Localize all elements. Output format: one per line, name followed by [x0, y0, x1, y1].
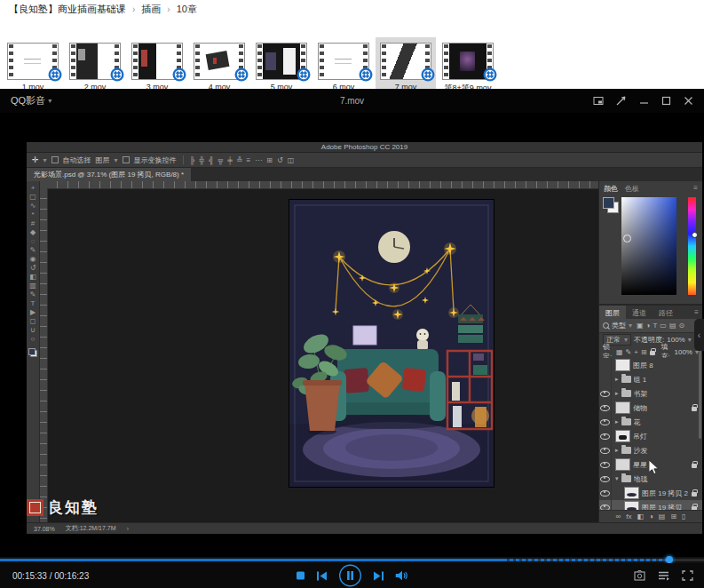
- distribute-icon[interactable]: ≡: [247, 156, 251, 164]
- magic-wand-tool-icon[interactable]: *: [31, 211, 34, 219]
- align-right-icon[interactable]: ╣: [209, 156, 214, 164]
- show-transform-checkbox[interactable]: [123, 156, 130, 163]
- video-display-area[interactable]: Adobe Photoshop CC 2019 ✛ ▾ 自动选择 图层 ▾ 显示…: [0, 113, 704, 557]
- layer-visibility-toggle[interactable]: [599, 429, 612, 443]
- filter-pixel-layer-icon[interactable]: ▣: [637, 322, 644, 330]
- video-thumbnail-8[interactable]: 第8+第9.mov: [438, 37, 498, 94]
- progress-bar[interactable]: [0, 557, 704, 563]
- layer-row[interactable]: ▸书架: [599, 386, 702, 401]
- foreground-background-swatch[interactable]: [28, 348, 37, 357]
- zoom-tool-icon[interactable]: ○: [31, 335, 36, 344]
- layer-row[interactable]: 储物: [599, 401, 702, 415]
- group-expander-icon[interactable]: ▸: [615, 390, 619, 397]
- filter-type-icon[interactable]: T: [653, 322, 657, 330]
- previous-button[interactable]: [316, 571, 327, 581]
- align-middle-icon[interactable]: ╪: [227, 156, 233, 164]
- video-thumbnail-7[interactable]: 7.mov: [376, 37, 436, 91]
- layer-row[interactable]: ▸花: [599, 415, 702, 429]
- group-expander-icon[interactable]: ▸: [615, 418, 619, 425]
- group-expander-icon[interactable]: ▸: [615, 447, 619, 454]
- filter-adjustment-icon[interactable]: ◑: [646, 322, 651, 330]
- layer-style-icon[interactable]: fx: [626, 513, 631, 520]
- clone-stamp-tool-icon[interactable]: ◉: [30, 255, 36, 264]
- tab-layers[interactable]: 图层: [599, 306, 626, 319]
- filter-pin-icon[interactable]: ⊙: [678, 322, 684, 330]
- add-mask-icon[interactable]: ◧: [637, 513, 644, 520]
- layer-row[interactable]: ▾地毯: [599, 472, 702, 486]
- lock-all-icon[interactable]: [650, 351, 655, 355]
- align-bottom-icon[interactable]: ╩: [237, 156, 242, 164]
- video-thumbnail-1[interactable]: 1.mov: [3, 37, 63, 91]
- filter-kind-label[interactable]: 类型: [612, 321, 626, 330]
- layer-visibility-toggle[interactable]: [599, 486, 612, 500]
- maximize-button[interactable]: [661, 96, 671, 106]
- next-button[interactable]: [373, 571, 384, 581]
- tab-swatches[interactable]: 色板: [625, 184, 639, 194]
- lock-artboard-icon[interactable]: ⊞: [641, 348, 647, 356]
- marquee-tool-icon[interactable]: ▢: [29, 193, 36, 202]
- video-thumbnail-4[interactable]: 4.mov: [189, 37, 249, 91]
- layer-visibility-toggle[interactable]: [599, 457, 612, 472]
- video-thumbnail-2[interactable]: 2.mov: [65, 37, 125, 91]
- layer-visibility-toggle[interactable]: [599, 358, 612, 372]
- move-tool-icon[interactable]: +: [31, 184, 36, 193]
- workspace-icon[interactable]: ◫: [288, 156, 295, 164]
- tab-channels[interactable]: 通道: [626, 306, 653, 319]
- type-tool-icon[interactable]: T: [31, 299, 36, 308]
- zoom-level[interactable]: 37.08%: [34, 526, 55, 532]
- more-options-icon[interactable]: ⋯: [255, 156, 262, 164]
- tab-paths[interactable]: 路径: [653, 306, 679, 319]
- minimize-button[interactable]: [639, 96, 649, 106]
- volume-icon[interactable]: [395, 570, 408, 581]
- panel-menu-icon[interactable]: ≡: [694, 306, 702, 319]
- target-select[interactable]: 图层: [96, 155, 110, 165]
- adjustment-layer-icon[interactable]: ◑: [649, 513, 653, 520]
- history-brush-tool-icon[interactable]: ↺: [30, 264, 36, 273]
- auto-select-checkbox[interactable]: [51, 156, 59, 163]
- stop-button[interactable]: [296, 571, 305, 580]
- mini-mode-icon[interactable]: [593, 96, 604, 106]
- document-tab[interactable]: 光影场景.psd @ 37.1% (图层 19 拷贝, RGB/8) *: [27, 168, 191, 181]
- layer-visibility-toggle[interactable]: [599, 372, 612, 386]
- group-expander-icon[interactable]: ▸: [615, 376, 619, 383]
- layer-row[interactable]: ▸组 1: [599, 372, 702, 386]
- new-layer-icon[interactable]: ⊞: [670, 513, 676, 520]
- hand-tool-icon[interactable]: ∪: [30, 326, 36, 335]
- layer-visibility-toggle[interactable]: [599, 500, 612, 510]
- shape-tool-icon[interactable]: ◻: [30, 317, 36, 326]
- lasso-tool-icon[interactable]: ∿: [30, 202, 36, 211]
- align-left-icon[interactable]: ╠: [190, 156, 195, 164]
- speedup-icon[interactable]: [616, 96, 627, 106]
- layer-visibility-toggle[interactable]: [599, 386, 612, 401]
- eyedropper-tool-icon[interactable]: ◆: [30, 228, 36, 237]
- layer-row[interactable]: 图层 8: [599, 358, 702, 372]
- layer-visibility-toggle[interactable]: [599, 415, 612, 429]
- brush-tool-icon[interactable]: ✎: [30, 246, 36, 255]
- rotate-view-icon[interactable]: ↺: [277, 156, 283, 164]
- crop-tool-icon[interactable]: #: [31, 219, 35, 228]
- video-thumbnail-3[interactable]: 3.mov: [127, 37, 187, 91]
- path-select-tool-icon[interactable]: ▶: [30, 308, 36, 317]
- layer-row[interactable]: 吊灯: [599, 429, 702, 443]
- link-layers-icon[interactable]: ∞: [615, 513, 621, 520]
- tab-color[interactable]: 颜色: [604, 184, 618, 194]
- play-pause-button[interactable]: [338, 564, 361, 587]
- layer-row[interactable]: 图层 19 拷贝 2: [599, 486, 702, 500]
- pen-tool-icon[interactable]: ✎: [30, 290, 36, 299]
- playlist-icon[interactable]: [658, 570, 669, 581]
- video-thumbnail-6[interactable]: 6.mov: [313, 37, 374, 91]
- layer-visibility-toggle[interactable]: [599, 443, 612, 457]
- breadcrumb-course[interactable]: 【良知塾】商业插画基础课: [9, 3, 126, 16]
- progress-thumb[interactable]: [666, 556, 673, 563]
- lock-position-icon[interactable]: +: [634, 348, 638, 356]
- gradient-tool-icon[interactable]: ▥: [29, 282, 36, 290]
- layer-row[interactable]: 图层 19 拷贝: [599, 500, 702, 510]
- layer-visibility-toggle[interactable]: [599, 472, 612, 486]
- color-swatch-pair[interactable]: [603, 197, 619, 213]
- saturation-brightness-field[interactable]: [621, 197, 676, 295]
- panel-menu-icon[interactable]: ≡: [693, 184, 698, 194]
- group-expander-icon[interactable]: ▾: [615, 475, 619, 482]
- filter-smart-object-icon[interactable]: ▤: [669, 322, 676, 330]
- photoshop-canvas[interactable]: [40, 181, 598, 522]
- hue-slider[interactable]: [688, 197, 696, 295]
